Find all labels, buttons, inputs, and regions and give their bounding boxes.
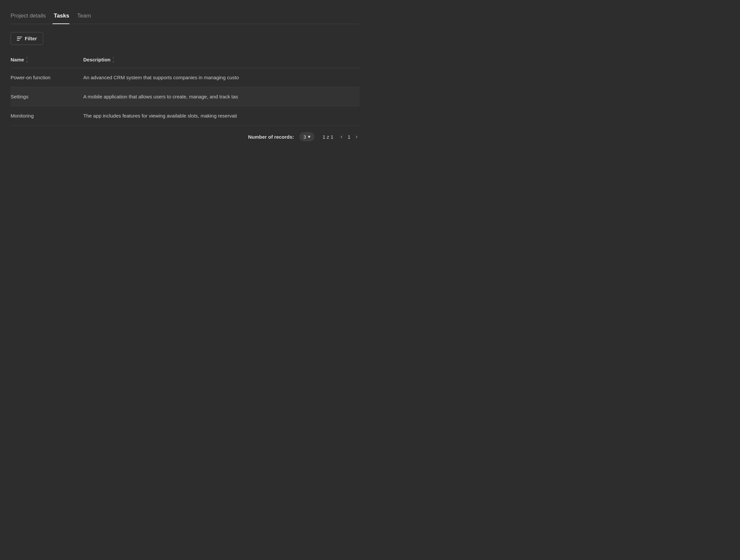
filter-line-3	[17, 40, 19, 40]
current-page-number: 1	[346, 133, 352, 141]
records-label: Number of records:	[248, 134, 294, 140]
sort-up-arrow: ↑	[26, 56, 28, 60]
tab-team[interactable]: Team	[76, 9, 98, 24]
column-header-description[interactable]: Description ↑ ↓	[83, 51, 359, 68]
filter-button[interactable]: Filter	[11, 32, 43, 45]
chevron-down-icon: ▾	[308, 134, 310, 140]
task-description-cell: An advanced CRM system that supports com…	[83, 68, 359, 87]
name-sort-icon[interactable]: ↑ ↓	[26, 56, 28, 63]
sort-down-arrow: ↓	[113, 60, 114, 63]
table-row[interactable]: Power-on functionAn advanced CRM system …	[11, 68, 359, 87]
tab-project-details[interactable]: Project details	[11, 9, 53, 24]
task-name-cell: Settings	[11, 87, 83, 106]
page-container: Project details Tasks Team Filter Name ↑	[0, 0, 370, 153]
records-count: 3	[303, 134, 306, 140]
table-header-row: Name ↑ ↓ Description ↑ ↓	[11, 51, 359, 68]
tasks-table: Name ↑ ↓ Description ↑ ↓	[11, 51, 359, 125]
table-row[interactable]: MonitoringThe app includes features for …	[11, 106, 359, 125]
task-description-cell: The app includes features for viewing av…	[83, 106, 359, 125]
task-description-cell: A mobile application that allows users t…	[83, 87, 359, 106]
filter-section: Filter	[11, 32, 359, 45]
column-header-name[interactable]: Name ↑ ↓	[11, 51, 83, 68]
table-row[interactable]: SettingsA mobile application that allows…	[11, 87, 359, 106]
sort-up-arrow: ↑	[113, 56, 114, 60]
task-name-cell: Monitoring	[11, 106, 83, 125]
records-per-page-selector[interactable]: 3 ▾	[299, 132, 314, 141]
filter-line-1	[17, 37, 22, 37]
filter-line-2	[17, 38, 21, 39]
prev-page-button[interactable]: ‹	[339, 132, 344, 141]
filter-icon	[17, 37, 22, 40]
next-page-button[interactable]: ›	[354, 132, 359, 141]
description-sort-icon[interactable]: ↑ ↓	[113, 56, 114, 63]
tab-navigation: Project details Tasks Team	[11, 9, 359, 24]
task-name-cell: Power-on function	[11, 68, 83, 87]
table-body: Power-on functionAn advanced CRM system …	[11, 68, 359, 125]
column-description-label: Description	[83, 57, 111, 63]
pagination-row: Number of records: 3 ▾ 1 z 1 ‹ 1 ›	[11, 125, 359, 144]
page-navigation: ‹ 1 ›	[339, 132, 359, 141]
filter-label: Filter	[25, 36, 37, 41]
page-info: 1 z 1	[322, 134, 333, 140]
column-name-label: Name	[11, 57, 24, 63]
sort-down-arrow: ↓	[26, 60, 28, 63]
tab-tasks[interactable]: Tasks	[53, 9, 76, 24]
